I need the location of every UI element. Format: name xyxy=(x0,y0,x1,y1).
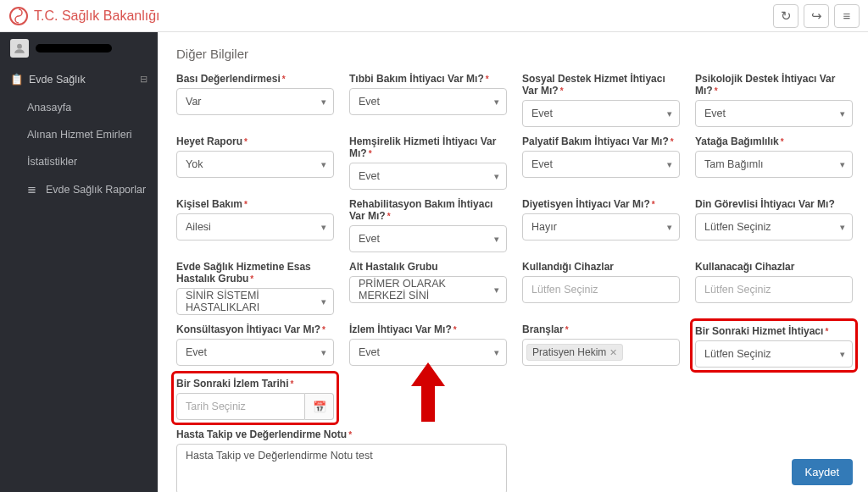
select-heyet[interactable]: Yok xyxy=(176,151,334,178)
label-basi: Bası Değerlendirmesi xyxy=(176,73,281,85)
user-name-redacted xyxy=(36,44,112,53)
logout-button[interactable]: ↪ xyxy=(804,4,829,28)
calendar-button[interactable]: 📅 xyxy=(305,393,334,420)
label-rehab: Rehabilitasyon Bakım İhtiyacı Var Mı? xyxy=(349,198,492,222)
menu-button[interactable]: ≡ xyxy=(834,4,860,28)
input-sonraki-tarih[interactable]: Tarih Seçiniz xyxy=(176,393,305,420)
select-rehab[interactable]: Evet xyxy=(349,225,507,252)
label-kullanacagi: Kullanacağı Cihazlar xyxy=(695,261,794,273)
label-kullandigi: Kullandığı Cihazlar xyxy=(522,261,614,273)
label-tibbi: Tıbbi Bakım İhtiyacı Var Mı? xyxy=(349,73,484,85)
label-diyet: Diyetisyen İhtiyacı Var Mı? xyxy=(522,198,650,210)
sidebar-item-anasayfa[interactable]: Anasayfa xyxy=(0,94,158,121)
select-palyatif[interactable]: Evet xyxy=(522,151,680,178)
label-din: Din Görevlisi İhtiyacı Var Mı? xyxy=(695,198,835,210)
sidebar-item-alinan-hizmet[interactable]: Alınan Hizmet Emirleri xyxy=(0,121,158,148)
brand: T.C. Sağlık Bakanlığı xyxy=(8,6,160,26)
clipboard-icon: 📋 xyxy=(10,73,22,86)
label-izlem: İzlem İhtiyacı Var Mı? xyxy=(349,323,452,335)
select-din[interactable]: Lütfen Seçiniz xyxy=(695,213,853,240)
input-kullanacagi[interactable]: Lütfen Seçiniz xyxy=(695,276,853,303)
select-diyet[interactable]: Hayır xyxy=(522,213,680,240)
collapse-icon: ⊟ xyxy=(140,74,147,85)
save-button[interactable]: Kaydet xyxy=(792,459,853,485)
select-esas[interactable]: SİNİR SİSTEMİ HASTALIKLARI xyxy=(176,288,334,315)
footer: Kaydet xyxy=(792,459,853,485)
section-title: Diğer Bilgiler xyxy=(176,47,853,61)
select-sosyal[interactable]: Evet xyxy=(522,100,680,127)
avatar xyxy=(10,39,29,58)
logo-icon xyxy=(8,6,29,26)
label-notu: Hasta Takip ve Değerlendirme Notu xyxy=(176,428,347,440)
main-content: Diğer Bilgiler Bası Değerlendirmesi*Var … xyxy=(158,0,868,492)
label-yataga: Yatağa Bağımlılık xyxy=(695,135,779,147)
tag-remove-icon[interactable]: ✕ xyxy=(609,347,617,358)
label-sonraki-hizmet: Bir Sonraki Hizmet İhtiyacı xyxy=(695,325,823,337)
list-icon: ≣ xyxy=(27,183,39,196)
select-konsult[interactable]: Evet xyxy=(176,339,334,366)
label-sonraki-tarih: Bir Sonraki İzlem Tarihi xyxy=(176,378,288,390)
label-sosyal: Sosyal Destek Hizmet İhtiyacı Var Mı? xyxy=(522,73,665,97)
highlight-sonraki-hizmet: Bir Sonraki Hizmet İhtiyacı*Lütfen Seçin… xyxy=(690,318,858,373)
select-kisisel[interactable]: Ailesi xyxy=(176,213,334,240)
label-kisisel: Kişisel Bakım xyxy=(176,198,242,210)
select-tibbi[interactable]: Evet xyxy=(349,88,507,115)
calendar-icon: 📅 xyxy=(313,401,326,413)
tag-pratisyen[interactable]: Pratisyen Hekim✕ xyxy=(526,344,623,361)
select-alt[interactable]: PRİMER OLARAK MERKEZİ SİNİ xyxy=(349,276,507,303)
select-sonraki-hizmet[interactable]: Lütfen Seçiniz xyxy=(695,340,853,368)
sidebar-item-istatistikler[interactable]: İstatistikler xyxy=(0,148,158,175)
sidebar-item-label: Evde Sağlık xyxy=(29,74,86,86)
select-yataga[interactable]: Tam Bağımlı xyxy=(695,151,853,178)
select-psiko[interactable]: Evet xyxy=(695,100,853,127)
label-heyet: Heyet Raporu xyxy=(176,135,242,147)
input-kullandigi[interactable]: Lütfen Seçiniz xyxy=(522,276,680,303)
label-esas: Evde Sağlık Hizmetine Esas Hastalık Grub… xyxy=(176,261,311,285)
svg-point-1 xyxy=(17,44,22,49)
refresh-button[interactable]: ↻ xyxy=(773,4,798,28)
sidebar: 📋Evde Sağlık ⊟ Anasayfa Alınan Hizmet Em… xyxy=(0,0,158,492)
label-palyatif: Palyatif Bakım İhtiyacı Var Mı? xyxy=(522,135,669,147)
annotation-arrow-icon xyxy=(411,362,445,422)
brand-text: T.C. Sağlık Bakanlığı xyxy=(34,8,160,24)
highlight-sonraki-tarih: Bir Sonraki İzlem Tarihi* Tarih Seçiniz … xyxy=(171,371,339,425)
sidebar-item-raporlar[interactable]: ≣Evde Sağlık Raporlar xyxy=(0,175,158,203)
select-hemsire[interactable]: Evet xyxy=(349,163,507,190)
top-actions: ↻ ↪ ≡ xyxy=(773,4,860,28)
input-brans[interactable]: Pratisyen Hekim✕ xyxy=(522,339,680,366)
user-row xyxy=(0,32,158,64)
textarea-notu[interactable]: Hasta Takip ve Değerlendirme Notu test xyxy=(176,444,507,492)
sidebar-item-evde-saglik[interactable]: 📋Evde Sağlık ⊟ xyxy=(0,64,158,94)
label-alt: Alt Hastalık Grubu xyxy=(349,261,438,273)
label-brans: Branşlar xyxy=(522,323,564,335)
label-konsult: Konsültasyon İhtiyacı Var Mı? xyxy=(176,323,320,335)
select-basi[interactable]: Var xyxy=(176,88,334,115)
topbar: T.C. Sağlık Bakanlığı ↻ ↪ ≡ xyxy=(0,0,868,32)
